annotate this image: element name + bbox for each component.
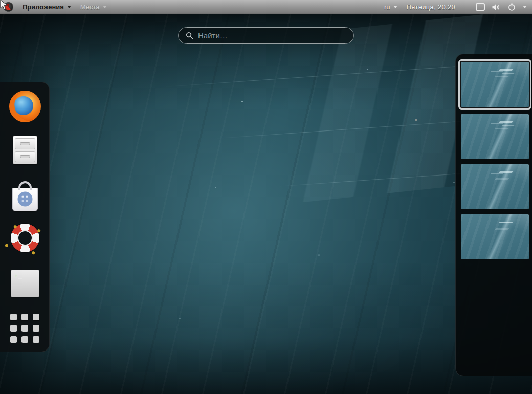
applications-menu-label: Приложения [23,3,64,11]
software-icon [12,188,38,211]
workspace-selector [455,54,532,376]
help-lifebuoy-icon [6,220,43,257]
chevron-down-icon [67,6,71,8]
search-placeholder: Найти… [198,31,228,40]
search-input[interactable]: Найти… [178,27,354,44]
app-grid-badge [17,191,32,206]
gnome-activities-overview: Приложения Места ru Пятница, 20:20 [0,0,532,394]
chevron-down-icon [523,6,527,8]
search-icon [186,32,193,39]
dash-item-files[interactable] [0,136,50,164]
dash-item-software[interactable] [0,181,50,211]
show-applications-icon [10,314,39,343]
top-bar: Приложения Места ru Пятница, 20:20 [0,0,532,14]
files-icon [13,136,37,164]
keyboard-layout-indicator[interactable]: ru [384,3,397,11]
dash-item-show-applications[interactable] [0,314,50,343]
dash-item-terminal[interactable] [0,270,50,297]
dash-item-help[interactable] [0,224,50,252]
keyboard-layout-label: ru [384,3,390,11]
dash [0,82,50,352]
applications-menu[interactable]: Приложения [23,0,71,14]
chevron-down-icon [103,6,107,8]
terminal-icon [11,270,39,297]
workspace-thumbnail-1[interactable] [461,62,529,107]
power-icon [507,3,516,11]
drawer [15,138,35,149]
dash-item-firefox[interactable] [0,91,50,122]
wallpaper-dots [241,101,243,102]
chevron-down-icon [393,6,397,8]
drawer [15,151,35,163]
places-menu-label: Места [80,3,100,11]
places-menu[interactable]: Места [80,0,107,14]
top-bar-right: ru Пятница, 20:20 [384,3,532,11]
system-status-area[interactable] [476,3,527,11]
screen-icon [476,3,485,11]
volume-icon [492,3,501,11]
wallpaper [0,14,532,394]
bag-handle [18,181,32,190]
clock[interactable]: Пятница, 20:20 [407,3,455,11]
mouse-cursor [0,0,11,11]
workspace-thumbnail-3[interactable] [461,164,529,209]
workspace-thumbnail-2[interactable] [461,114,529,159]
firefox-icon [9,91,41,122]
workspace-thumbnail-4[interactable] [461,214,529,259]
top-bar-left: Приложения Места [0,0,107,14]
